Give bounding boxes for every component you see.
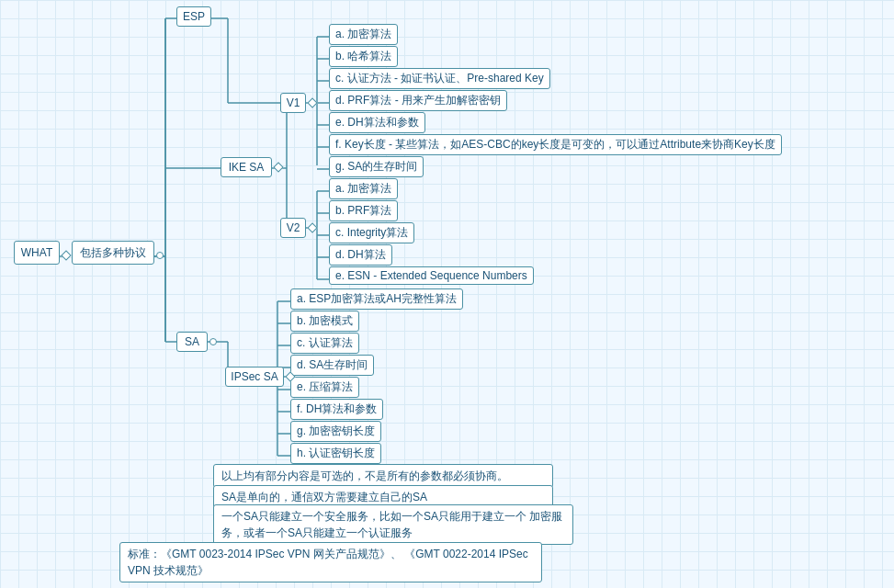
ipsec-leaf-8: h. 认证密钥长度	[290, 443, 381, 464]
ipsec-leaf-7: g. 加密密钥长度	[290, 421, 381, 442]
ipsec-leaf-2: b. 加密模式	[290, 311, 359, 332]
v2-leaf-4: d. DH算法	[329, 244, 392, 266]
baokuo-node: 包括多种协议	[72, 241, 154, 265]
ipsec-leaf-1: a. ESP加密算法或AH完整性算法	[290, 288, 463, 310]
v1-leaf-5: e. DH算法和参数	[329, 112, 425, 133]
v1-leaf-6: f. Key长度 - 某些算法，如AES-CBC的key长度是可变的，可以通过A…	[329, 134, 782, 155]
esp-node: ESP	[176, 6, 211, 27]
v2-leaf-2: b. PRF算法	[329, 200, 398, 221]
ipsec-leaf-6: f. DH算法和参数	[290, 399, 383, 420]
mind-map-canvas: WHAT 包括多种协议 ESP IKE SA SA V1 V2 IPSec SA…	[0, 0, 894, 588]
v1-leaf-7: g. SA的生存时间	[329, 156, 424, 177]
v2-leaf-3: c. Integrity算法	[329, 222, 414, 243]
info-box-3: 一个SA只能建立一个安全服务，比如一个SA只能用于建立一个 加密服务，或者一个S…	[213, 504, 573, 545]
ipsecsa-node: IPSec SA	[225, 367, 284, 387]
v2-node: V2	[280, 218, 306, 238]
what-diamond	[61, 250, 71, 260]
v1-leaf-4: d. PRF算法 - 用来产生加解密密钥	[329, 90, 507, 111]
v2-leaf-1: a. 加密算法	[329, 178, 398, 199]
ikesa-diamond	[273, 162, 283, 172]
sa-node: SA	[176, 332, 208, 352]
what-node: WHAT	[14, 241, 60, 265]
sa-circle	[209, 338, 217, 345]
ipsec-leaf-3: c. 认证算法	[290, 333, 359, 354]
v2-leaf-5: e. ESN - Extended Sequence Numbers	[329, 266, 534, 285]
baokuo-circle	[156, 252, 164, 259]
v1-leaf-1: a. 加密算法	[329, 24, 398, 45]
v1-node: V1	[280, 93, 306, 113]
info-box-4: 标准：《GMT 0023-2014 IPSec VPN 网关产品规范》、 《GM…	[119, 542, 542, 582]
ipsec-leaf-5: e. 压缩算法	[290, 377, 359, 398]
ipsec-leaf-4: d. SA生存时间	[290, 355, 374, 376]
ikesa-node: IKE SA	[221, 157, 272, 177]
v1-leaf-2: b. 哈希算法	[329, 46, 398, 67]
v2-diamond	[307, 222, 317, 232]
v1-diamond	[307, 97, 317, 107]
v1-leaf-3: c. 认证方法 - 如证书认证、Pre-shared Key	[329, 68, 550, 89]
